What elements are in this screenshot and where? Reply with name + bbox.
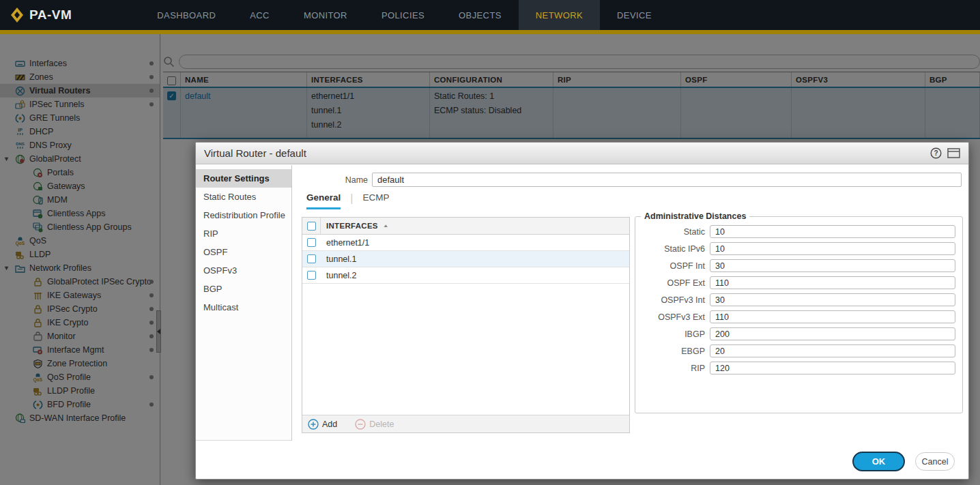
dialog-menu-redistribution-profile[interactable]: Redistribution Profile [196,206,291,224]
delete-interface-button[interactable]: Delete [355,419,394,430]
tab-general[interactable]: General [306,192,341,209]
interface-checkbox[interactable] [307,254,316,263]
dialog-header[interactable]: Virtual Router - default ? [196,143,968,164]
dialog-menu-rip[interactable]: RIP [196,224,291,243]
field-row-ospf-ext: OSPF Ext [635,276,955,289]
ebgp-input[interactable] [710,344,955,357]
dialog-tabs: General|ECMP [306,192,389,209]
field-label: OSPFv3 Int [635,295,705,305]
dialog-menu-ospfv3[interactable]: OSPFv3 [196,261,291,280]
tab-separator: | [350,192,353,209]
field-row-ebgp: EBGP [635,344,955,357]
interface-row-tunnel-2[interactable]: tunnel.2 [302,267,629,284]
nav-tab-monitor[interactable]: MONITOR [287,0,364,30]
field-label: Static IPv6 [635,244,705,254]
field-row-ospf-int: OSPF Int [635,259,955,272]
tab-ecmp[interactable]: ECMP [362,192,389,209]
administrative-distances-fields: StaticStatic IPv6OSPF IntOSPF ExtOSPFv3 … [635,225,955,374]
ospfv3-int-input[interactable] [710,293,955,306]
field-label: OSPF Ext [635,278,705,288]
interfaces-empty-space [302,284,629,415]
interfaces-header-row: INTERFACES ▲ [302,218,629,235]
name-field-row: Name [293,173,962,187]
interfaces-rows: ethernet1/1tunnel.1tunnel.2 [302,235,629,284]
interface-row-ethernet1-1[interactable]: ethernet1/1 [302,235,629,251]
interface-row-tunnel-1[interactable]: tunnel.1 [302,251,629,267]
interfaces-panel-footer: Add Delete [302,415,629,432]
field-label: Static [635,227,705,237]
dialog-title: Virtual Router - default [204,147,306,159]
name-label: Name [293,175,368,185]
delete-minus-icon [355,419,366,430]
dialog-menu-static-routes[interactable]: Static Routes [196,188,291,206]
administrative-distances-group: Administrative Distances StaticStatic IP… [635,211,963,413]
field-row-ibgp: IBGP [635,327,955,340]
interfaces-panel: INTERFACES ▲ ethernet1/1tunnel.1tunnel.2… [302,217,630,433]
field-label: IBGP [635,329,705,339]
ok-button[interactable]: OK [852,452,905,471]
field-row-static-ipv6: Static IPv6 [635,242,955,255]
static-input[interactable] [710,225,955,238]
field-row-static: Static [635,225,955,238]
select-all-interfaces-checkbox[interactable] [307,222,316,231]
interface-label: ethernet1/1 [326,238,369,248]
rip-input[interactable] [710,362,955,374]
dialog-menu-bgp[interactable]: BGP [196,280,291,298]
interfaces-column-header[interactable]: INTERFACES [326,222,378,230]
sort-ascending-icon[interactable]: ▲ [383,224,389,229]
cancel-button[interactable]: Cancel [915,452,955,471]
field-label: OSPF Int [635,261,705,271]
top-nav: PA-VM DASHBOARDACCMONITORPOLICIESOBJECTS… [0,0,980,30]
administrative-distances-legend: Administrative Distances [641,211,749,221]
pa-logo-icon [10,7,25,23]
help-icon[interactable]: ? [930,147,942,159]
main-nav-tabs: DASHBOARDACCMONITORPOLICIESOBJECTSNETWOR… [140,0,669,30]
app-logo-text: PA-VM [29,8,72,23]
dialog-menu-router-settings[interactable]: Router Settings [196,169,291,188]
interface-label: tunnel.2 [326,271,356,280]
ospf-ext-input[interactable] [710,276,955,289]
nav-tab-acc[interactable]: ACC [233,0,287,30]
static-ipv6-input[interactable] [710,242,955,255]
dialog-side-menu: Router SettingsStatic RoutesRedistributi… [196,165,292,441]
dialog-menu-multicast[interactable]: Multicast [196,298,291,317]
virtual-router-dialog: Virtual Router - default ? Router Settin… [195,142,969,480]
ospfv3-ext-input[interactable] [710,310,955,323]
name-input[interactable] [372,173,962,187]
field-row-ospfv3-int: OSPFv3 Int [635,293,955,306]
nav-tab-objects[interactable]: OBJECTS [442,0,519,30]
ibgp-input[interactable] [710,327,955,340]
interface-label: tunnel.1 [326,254,356,264]
field-label: EBGP [635,347,705,356]
nav-tab-dashboard[interactable]: DASHBOARD [140,0,233,30]
interface-checkbox[interactable] [307,238,316,247]
interface-checkbox[interactable] [307,271,316,280]
dialog-footer: OK Cancel [852,452,955,471]
nav-tab-device[interactable]: DEVICE [600,0,669,30]
svg-text:?: ? [934,149,938,157]
ospf-int-input[interactable] [710,259,955,272]
add-interface-button[interactable]: Add [308,419,337,430]
field-row-rip: RIP [635,362,955,374]
field-label: OSPFv3 Ext [635,312,705,322]
collapse-window-icon[interactable] [947,148,960,158]
field-row-ospfv3-ext: OSPFv3 Ext [635,310,955,323]
gold-accent-bar [0,30,980,34]
app-logo: PA-VM [10,7,72,23]
nav-tab-network[interactable]: NETWORK [519,0,600,30]
dialog-menu-ospf[interactable]: OSPF [196,243,291,261]
field-label: RIP [635,364,705,373]
nav-tab-policies[interactable]: POLICIES [364,0,442,30]
add-plus-icon [308,419,319,430]
dialog-content: Name General|ECMP INTERFACES ▲ ethernet1… [293,165,968,479]
